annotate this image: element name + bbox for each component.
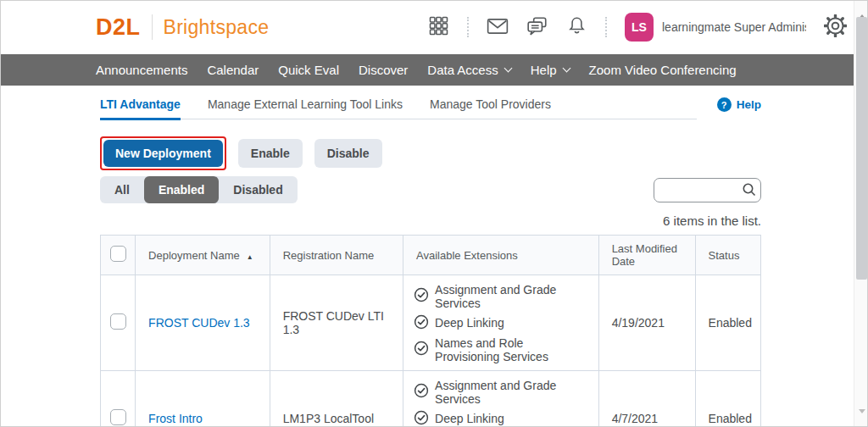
notifications-button[interactable]: [566, 15, 587, 39]
check-circle-icon: [414, 383, 429, 401]
nav-item-discover[interactable]: Discover: [359, 63, 408, 77]
scrollbar-up-button[interactable]: [854, 1, 868, 14]
help-link-label: Help: [737, 98, 761, 111]
deployments-table: Deployment Name▲ Registration Name Avail…: [100, 235, 761, 427]
nav-item-calendar[interactable]: Calendar: [207, 63, 259, 77]
deployment-name-link[interactable]: Frost Intro: [148, 412, 203, 425]
nav-label: Calendar: [207, 63, 259, 77]
registration-name-cell: FROST CUDev LTI 1.3: [270, 275, 403, 371]
extension-label: Names and Role Provisioning Services: [435, 336, 590, 363]
available-extensions-cell: Assignment and Grade Services Deep Linki…: [403, 371, 599, 427]
chevron-down-icon: [504, 64, 512, 73]
table-header-row: Deployment Name▲ Registration Name Avail…: [101, 236, 761, 275]
search-icon: [742, 187, 757, 200]
nav-label: Quick Eval: [278, 63, 339, 77]
top-header: D2L Brightspace: [0, 0, 854, 54]
brightspace-admin-page: D2L Brightspace: [0, 0, 854, 427]
tab-manage-external-learning-tool-links[interactable]: Manage External Learning Tool Links: [208, 93, 403, 120]
gear-icon: [824, 14, 847, 40]
chat-bubbles-icon: [526, 16, 548, 39]
extension-label: Deep Linking: [435, 316, 504, 330]
chat-button[interactable]: [526, 16, 548, 39]
nav-item-help[interactable]: Help: [531, 63, 570, 77]
nav-label: Data Access: [427, 63, 498, 77]
tabs: LTI Advantage Manage External Learning T…: [100, 93, 697, 119]
disable-button[interactable]: Disable: [314, 139, 382, 168]
question-mark-icon: ?: [717, 97, 732, 112]
nav-item-quick-eval[interactable]: Quick Eval: [278, 63, 339, 77]
search-button[interactable]: [742, 182, 757, 200]
table-row: FROST CUDev 1.3 FROST CUDev LTI 1.3 Assi…: [101, 275, 761, 371]
last-modified-cell: 4/7/2021: [598, 371, 695, 427]
column-header-last-modified-date: Last Modified Date: [598, 236, 695, 275]
app-launcher-button[interactable]: [428, 15, 449, 39]
row-checkbox[interactable]: [110, 409, 126, 425]
main-content: LTI Advantage Manage External Learning T…: [100, 93, 761, 427]
extension-label: Assignment and Grade Services: [435, 379, 590, 406]
main-navbar: Announcements Calendar Quick Eval Discov…: [0, 54, 854, 86]
row-checkbox[interactable]: [110, 313, 126, 330]
tab-manage-tool-providers[interactable]: Manage Tool Providers: [430, 93, 551, 120]
scroll-down-icon: [859, 409, 865, 426]
enable-button[interactable]: Enable: [238, 139, 303, 168]
tab-lti-advantage[interactable]: LTI Advantage: [100, 93, 181, 120]
brand-logo[interactable]: D2L Brightspace: [96, 14, 269, 41]
extension-label: Deep Linking: [435, 412, 504, 425]
column-header-registration-name: Registration Name: [270, 236, 403, 275]
scroll-up-icon: [859, 2, 865, 19]
search-box: [654, 178, 761, 202]
check-circle-icon: [414, 287, 429, 305]
column-header-deployment-name[interactable]: Deployment Name▲: [136, 236, 270, 275]
deployment-actions: New Deployment Enable Disable: [100, 136, 761, 170]
column-label: Deployment Name: [148, 249, 240, 262]
chevron-down-icon: [562, 64, 570, 73]
scrollbar-down-button[interactable]: [854, 413, 868, 426]
nav-item-zoom-video-conferencing[interactable]: Zoom Video Conferencing: [589, 63, 737, 77]
available-extensions-cell: Assignment and Grade Services Deep Linki…: [403, 275, 599, 371]
help-link[interactable]: ? Help: [717, 93, 761, 112]
filter-search-row: All Enabled Disabled: [100, 176, 761, 203]
status-cell: Enabled: [695, 371, 760, 427]
check-circle-icon: [414, 314, 429, 332]
nav-label: Discover: [359, 63, 408, 77]
waffle-grid-icon: [428, 15, 449, 39]
registration-name-cell: LM1P3 LocalTool: [270, 371, 403, 427]
nav-item-announcements[interactable]: Announcements: [96, 63, 187, 77]
filter-disabled-button[interactable]: Disabled: [219, 176, 297, 203]
avatar: LS: [625, 13, 654, 42]
select-all-checkbox[interactable]: [110, 246, 126, 262]
filter-all-button[interactable]: All: [100, 176, 144, 203]
filter-enabled-button[interactable]: Enabled: [144, 176, 219, 203]
nav-label: Announcements: [96, 63, 187, 77]
nav-label: Help: [531, 63, 557, 77]
sort-ascending-icon: ▲: [247, 253, 253, 261]
table-row: Frost Intro LM1P3 LocalTool Assignment a…: [101, 371, 761, 427]
user-menu[interactable]: LS learningmate Super Administra...: [625, 13, 806, 42]
status-cell: Enabled: [695, 275, 760, 371]
bell-icon: [566, 15, 587, 39]
nav-item-data-access[interactable]: Data Access: [427, 63, 510, 77]
envelope-icon: [487, 18, 509, 37]
new-deployment-button[interactable]: New Deployment: [103, 140, 223, 167]
dotted-divider: [605, 17, 607, 37]
status-filter-group: All Enabled Disabled: [100, 176, 298, 203]
column-header-available-extensions: Available Extensions: [403, 236, 599, 275]
nav-label: Zoom Video Conferencing: [589, 63, 737, 77]
scrollbar-thumb[interactable]: [856, 17, 867, 280]
brightspace-logo-text: Brightspace: [164, 16, 270, 39]
red-highlight-annotation: New Deployment: [100, 136, 226, 170]
user-name-label: learningmate Super Administra...: [662, 20, 806, 34]
extension-label: Assignment and Grade Services: [435, 283, 590, 310]
messages-button[interactable]: [487, 18, 509, 37]
check-circle-icon: [414, 410, 429, 427]
logo-divider: [152, 14, 153, 40]
last-modified-cell: 4/19/2021: [598, 275, 695, 371]
column-header-status: Status: [695, 236, 760, 275]
deployment-name-link[interactable]: FROST CUDev 1.3: [148, 316, 250, 330]
vertical-scrollbar[interactable]: [854, 0, 868, 427]
settings-button[interactable]: [824, 14, 847, 40]
d2l-logo-text: D2L: [96, 14, 141, 41]
dotted-divider: [467, 17, 469, 37]
header-actions: LS learningmate Super Administra...: [428, 13, 847, 42]
list-count-label: 6 items in the list.: [100, 214, 761, 228]
